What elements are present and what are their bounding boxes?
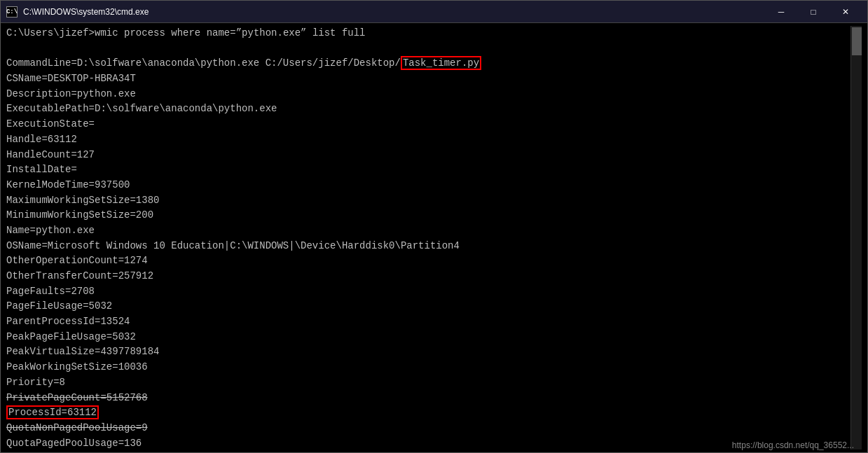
console-content: C:\Users\jizef>wmic process where name=”… bbox=[6, 26, 850, 449]
cmd-icon: C:\ bbox=[6, 6, 18, 18]
output-pagefaults: PageFaults=2708 bbox=[6, 284, 850, 300]
output-parentprocessid: ParentProcessId=13524 bbox=[6, 314, 850, 330]
cmd-window: C:\ C:\WINDOWS\system32\cmd.exe ─ □ ✕ C:… bbox=[0, 0, 868, 453]
output-description: Description=python.exe bbox=[6, 87, 850, 102]
window-title: C:\WINDOWS\system32\cmd.exe bbox=[23, 7, 149, 17]
highlighted-filename: Task_timer.py bbox=[401, 56, 481, 70]
output-otheroperationcount: OtherOperationCount=1274 bbox=[6, 253, 850, 269]
strikethrough-quota: QuotaNonPagedPoolUsage=9 bbox=[6, 422, 148, 433]
blank-line-1 bbox=[6, 41, 850, 57]
output-installdate: InstallDate= bbox=[6, 162, 850, 178]
output-handle: Handle=63112 bbox=[6, 132, 850, 148]
output-peakworkingsetsize: PeakWorkingSetSize=10036 bbox=[6, 360, 850, 375]
strikethrough-text: PrivatePageCount=5152768 bbox=[6, 392, 148, 403]
output-privatepagecount: PrivatePageCount=5152768 bbox=[6, 391, 850, 406]
output-peakvirtualsize: PeakVirtualSize=4397789184 bbox=[6, 344, 850, 360]
output-peakpagefileusage: PeakPageFileUsage=5032 bbox=[6, 330, 850, 345]
output-quotanonpaged: QuotaNonPagedPoolUsage=9 bbox=[6, 421, 850, 436]
console-area: C:\Users\jizef>wmic process where name=”… bbox=[1, 23, 867, 452]
scrollbar[interactable] bbox=[850, 26, 862, 449]
output-minworkingset: MinimumWorkingSetSize=200 bbox=[6, 208, 850, 223]
where-keyword: where bbox=[171, 27, 200, 39]
maximize-button[interactable]: □ bbox=[797, 1, 829, 23]
output-pagefileusage: PageFileUsage=5032 bbox=[6, 299, 850, 314]
output-kernelmodetime: KernelModeTime=937500 bbox=[6, 178, 850, 193]
window-controls: ─ □ ✕ bbox=[765, 1, 862, 23]
output-othertransfercount: OtherTransferCount=257912 bbox=[6, 269, 850, 284]
minimize-button[interactable]: ─ bbox=[765, 1, 797, 23]
output-osname: OSName=Microsoft Windows 10 Education|C:… bbox=[6, 239, 850, 254]
scrollbar-thumb[interactable] bbox=[852, 27, 862, 55]
output-priority: Priority=8 bbox=[6, 375, 850, 391]
output-name: Name=python.exe bbox=[6, 223, 850, 239]
close-button[interactable]: ✕ bbox=[829, 1, 862, 23]
output-quotapaged: QuotaPagedPoolUsage=136 bbox=[6, 436, 850, 449]
output-handlecount: HandleCount=127 bbox=[6, 148, 850, 163]
title-bar-left: C:\ C:\WINDOWS\system32\cmd.exe bbox=[6, 6, 149, 18]
highlighted-processid: ProcessId=63112 bbox=[6, 405, 99, 419]
output-csname: CSName=DESKTOP-HBRA34T bbox=[6, 71, 850, 87]
title-bar: C:\ C:\WINDOWS\system32\cmd.exe ─ □ ✕ bbox=[1, 1, 867, 23]
output-processid: ProcessId=63112 bbox=[6, 405, 850, 421]
output-maxworkingset: MaximumWorkingSetSize=1380 bbox=[6, 193, 850, 209]
prompt-line: C:\Users\jizef>wmic process where name=”… bbox=[6, 26, 850, 41]
output-commandline: CommandLine=D:\solfware\anaconda\python.… bbox=[6, 56, 850, 71]
output-executablepath: ExecutablePath=D:\solfware\anaconda\pyth… bbox=[6, 102, 850, 117]
rest-of-command: name=”python.exe” list full bbox=[200, 27, 365, 39]
watermark: https://blog.csdn.net/qq_36552... bbox=[732, 440, 854, 450]
prompt-text: C:\Users\jizef>wmic process bbox=[6, 27, 171, 39]
output-executionstate: ExecutionState= bbox=[6, 117, 850, 132]
